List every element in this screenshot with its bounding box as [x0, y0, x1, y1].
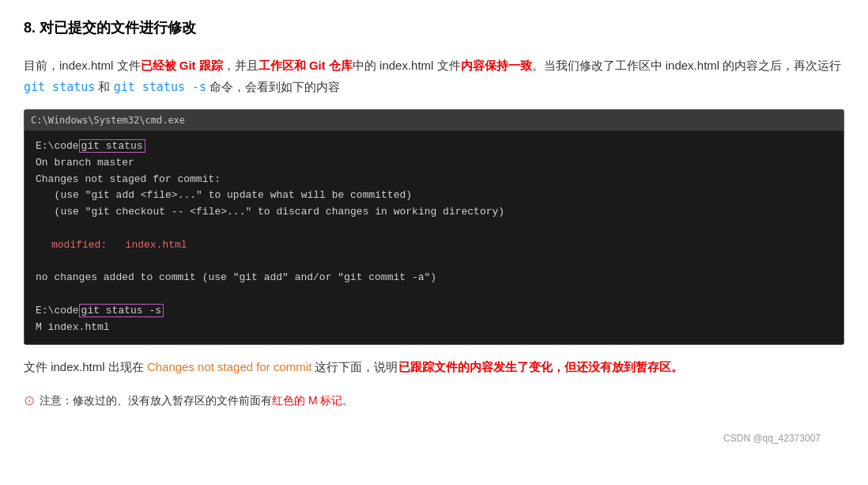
notice-text1: 注意：修改过的、没有放入暂存区的文件前面有 [40, 392, 272, 411]
section-title: 8. 对已提交的文件进行修改 [24, 16, 844, 40]
para2-text2: 这行下面，说明 [311, 360, 398, 373]
warning-icon: ⊙ [24, 390, 35, 413]
terminal-blank2 [36, 254, 832, 271]
terminal-line-3: Changes not staged for commit: [36, 172, 832, 188]
page-container: 8. 对已提交的文件进行修改 目前，index.html 文件已经被 Git 跟… [24, 16, 844, 459]
para1-highlight3: 内容保持一致 [461, 59, 532, 72]
notice-text2: 。 [342, 392, 353, 411]
terminal-line-1: E:\codegit status [36, 138, 832, 155]
terminal-body: E:\codegit status On branch master Chang… [25, 131, 843, 344]
terminal-line-nochanges: no changes added to commit (use "git add… [36, 270, 832, 286]
para2-highlight-orange: Changes not staged for commit [147, 360, 311, 373]
para1-code2: git status -s [114, 80, 206, 94]
csdn-watermark: CSDN @qq_42373007 [723, 430, 821, 446]
terminal-blank1 [36, 221, 832, 237]
terminal-blank3 [36, 286, 832, 303]
para2-bold-red: 已跟踪文件的内容发生了变化，但还没有放到暂存区。 [398, 360, 683, 373]
para1-text-and: 和 [95, 80, 113, 93]
terminal-titlebar: C:\Windows\System32\cmd.exe [25, 110, 843, 131]
terminal-modified: modified: index.html [36, 237, 832, 254]
terminal-line-m: M index.html [36, 320, 832, 336]
para1-text-after: 。当我们修改了工作区中 index.html 的内容之后，再次运行 [532, 59, 842, 72]
terminal-line-4: (use "git add <file>..." to update what … [36, 188, 832, 204]
terminal-line-5: (use "git checkout -- <file>..." to disc… [36, 204, 832, 221]
para1-text-mid2: 中的 index.html 文件 [353, 59, 461, 72]
para2-text1: 文件 index.html 出现在 [24, 360, 147, 373]
notice-line: ⊙ 注意：修改过的、没有放入暂存区的文件前面有红色的 M 标记。 [24, 390, 844, 413]
para1-text-mid1: ，并且 [223, 59, 259, 72]
paragraph-conclusion: 文件 index.html 出现在 Changes not staged for… [24, 356, 844, 377]
terminal-window: C:\Windows\System32\cmd.exe E:\codegit s… [24, 109, 844, 345]
para1-text-end: 命令，会看到如下的内容 [206, 80, 340, 93]
para1-highlight1: 已经被 Git 跟踪 [141, 59, 223, 72]
paragraph-intro: 目前，index.html 文件已经被 Git 跟踪，并且工作区和 Git 仓库… [24, 55, 844, 98]
terminal-cmd2: git status -s [79, 304, 164, 317]
para1-code1: git status [24, 80, 95, 94]
terminal-line-2: On branch master [36, 155, 832, 172]
terminal-cmd1: git status [79, 139, 145, 153]
notice-red: 红色的 M 标记 [272, 392, 342, 411]
terminal-line-cmd2: E:\codegit status -s [36, 303, 832, 320]
para1-text1: 目前，index.html 文件 [24, 59, 141, 72]
para1-highlight2: 工作区和 Git 仓库 [259, 59, 353, 72]
